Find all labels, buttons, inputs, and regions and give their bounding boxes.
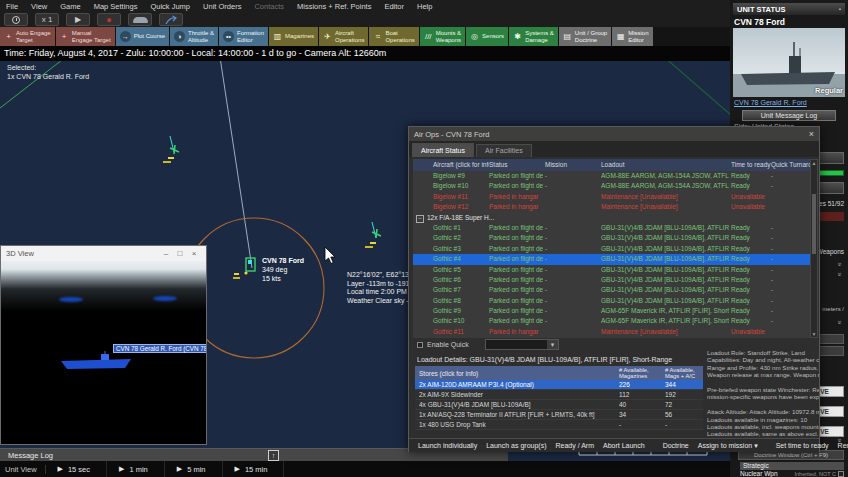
aircraft-row[interactable]: Gothic #9 Parked on flight deck - AGM-65… — [413, 306, 813, 316]
toolbar-button[interactable]: → Plot Course — [116, 27, 169, 46]
col-available-total[interactable]: # Available, Mags + A/C — [665, 367, 695, 379]
chevron-down-icon[interactable]: » — [834, 321, 843, 333]
toolbar-button[interactable]: ✱ Systems & Damage — [509, 27, 558, 46]
selection-info: Selected: 1x CVN 78 Gerald R. Ford — [7, 63, 89, 81]
dialog-action-button[interactable]: Launch individually — [418, 442, 477, 449]
dialog-action-button[interactable]: Assign to mission ▾ — [698, 442, 758, 450]
aircraft-row[interactable]: Gothic #4 Parked on flight deck - GBU-31… — [413, 254, 813, 264]
aircraft-row[interactable]: Gothic #5 Parked on flight deck - GBU-31… — [413, 265, 813, 275]
air-contact-symbol[interactable] — [163, 136, 179, 163]
3d-view-titlebar[interactable]: 3D View – □ × — [1, 246, 206, 261]
store-row[interactable]: 1x 480 USG Drop Tank - - — [415, 420, 703, 430]
jump-button[interactable] — [159, 13, 183, 26]
aircraft-row[interactable]: Gothic #7 Parked on flight deck - GBU-31… — [413, 285, 813, 295]
col-quick-turnaround[interactable]: Quick Turnaround — [771, 159, 813, 171]
col-mission[interactable]: Mission — [545, 159, 595, 171]
scrollbar-thumb[interactable] — [812, 194, 816, 254]
aircraft-row[interactable]: Bigelow #9 Parked on flight deck - AGM-8… — [413, 171, 813, 181]
close-icon[interactable]: × — [809, 130, 814, 139]
air-contact-symbol[interactable] — [365, 222, 381, 248]
store-row[interactable]: 1x AN/ASQ-228 Terminator II ATFLIR [FLIR… — [415, 410, 703, 420]
aircraft-row[interactable]: Bigelow #10 Parked on flight deck - AGM-… — [413, 181, 813, 191]
toolbar-button[interactable]: ▦ Mission Editor — [612, 27, 652, 46]
time-step-button[interactable]: ▶ 15 sec — [46, 461, 108, 477]
expand-up-icon[interactable]: ↑ — [268, 450, 279, 461]
menu-item[interactable]: Contacts — [254, 2, 284, 11]
store-row[interactable]: 2x AIM-9X Sidewinder 112 192 — [415, 390, 703, 400]
toolbar-button[interactable]: /// Mounts & Weapons — [420, 27, 465, 46]
ship-view-button[interactable] — [128, 13, 152, 26]
unit-message-log-button[interactable]: Unit Message Log — [742, 110, 836, 121]
minimize-button[interactable]: – — [159, 249, 173, 258]
record-button[interactable]: ● — [97, 13, 121, 26]
aircraft-row[interactable]: Gothic #3 Parked on flight deck - GBU-31… — [413, 244, 813, 254]
menu-item[interactable]: Editor — [384, 2, 404, 11]
toolbar-button[interactable]: ▥ Magazines — [269, 27, 318, 46]
cvn-unit-symbol[interactable] — [233, 258, 255, 279]
toolbar-button[interactable]: + Manual Engage Target — [56, 27, 115, 46]
aircraft-row[interactable]: Gothic #2 Parked on flight deck - GBU-31… — [413, 233, 813, 243]
dialog-action-button[interactable]: Set time to ready — [776, 442, 829, 449]
aircraft-row[interactable]: Gothic #8 Parked on flight deck - GBU-31… — [413, 296, 813, 306]
menu-item[interactable]: File — [6, 2, 18, 11]
unit-db-link[interactable]: CVN 78 Gerald R. Ford — [734, 99, 807, 106]
col-stores[interactable]: Stores (click for info) — [419, 370, 478, 377]
dialog-action-button[interactable]: Rename — [838, 442, 848, 449]
store-row[interactable]: 4x GBU-31(V)4/B JDAM [BLU-109A/B] 40 72 — [415, 400, 703, 410]
maximize-button[interactable]: □ — [173, 249, 187, 258]
aircraft-loadout: Maintenance [Unavailable] — [601, 202, 729, 212]
menu-item[interactable]: Missions + Ref. Points — [297, 2, 371, 11]
scroll-up-icon[interactable]: ▲ — [811, 160, 817, 166]
toolbar-button[interactable]: ◎ Sensors — [466, 27, 508, 46]
col-loadout[interactable]: Loadout — [601, 159, 729, 171]
store-name: 2x AIM-9X Sidewinder — [419, 390, 615, 400]
dialog-tab[interactable]: Air Facilities — [476, 144, 532, 157]
col-status[interactable]: Status — [489, 159, 543, 171]
col-available-magazines[interactable]: # Available, Magazines — [619, 367, 649, 379]
toolbar-button[interactable]: ✈ Aircraft Operations — [319, 27, 368, 46]
aircraft-row[interactable]: Gothic #6 Parked on flight deck - GBU-31… — [413, 275, 813, 285]
menu-item[interactable]: Help — [417, 2, 432, 11]
enable-quick-checkbox[interactable] — [417, 342, 423, 348]
time-step-button[interactable]: ▶ 5 min — [165, 461, 223, 477]
quick-turnaround-dropdown[interactable] — [485, 339, 559, 350]
aircraft-row[interactable]: Gothic #1 Parked on flight deck - GBU-31… — [413, 223, 813, 233]
toolbar-button[interactable]: ▤ Unit / Group Doctrine — [559, 27, 611, 46]
menu-item[interactable]: Game — [60, 2, 80, 11]
store-row[interactable]: 2x AIM-120D AMRAAM P3I.4 (Optional) 226 … — [415, 380, 703, 390]
aircraft-row[interactable]: 12x F/A-18E Super H... — [413, 213, 813, 223]
chevron-down-icon[interactable]: » — [834, 273, 843, 285]
aircraft-row[interactable]: Gothic #11 Parked in hangar Maintenance … — [413, 327, 813, 337]
col-aircraft[interactable]: Aircraft (click for info) — [433, 159, 489, 171]
toolbar-button[interactable]: •• Formation Editor — [219, 27, 268, 46]
menu-item[interactable]: Quick Jump — [150, 2, 190, 11]
dialog-action-button[interactable]: Launch as group(s) — [486, 442, 546, 449]
col-time-to-ready[interactable]: Time to ready — [731, 159, 771, 171]
aircraft-row[interactable]: Bigelow #12 Parked in hangar Maintenance… — [413, 202, 813, 212]
aircraft-row[interactable]: Gothic #10 Parked on flight deck - AGM-6… — [413, 316, 813, 326]
menu-item[interactable]: View — [31, 2, 47, 11]
scroll-down-icon[interactable]: ▼ — [811, 331, 817, 337]
nuclear-wpn-checkbox[interactable] — [838, 471, 844, 477]
dialog-action-button[interactable]: Doctrine — [663, 442, 689, 449]
pin-icon[interactable]: ▪ — [839, 6, 841, 12]
dialog-action-button[interactable]: Abort Launch — [603, 442, 645, 449]
time-step-button[interactable]: ▶ 1 min — [107, 461, 165, 477]
aircraft-row[interactable]: Bigelow #11 Parked in hangar Maintenance… — [413, 192, 813, 202]
play-button[interactable]: ▶ — [66, 13, 90, 26]
game-clock-button[interactable] — [4, 13, 28, 26]
menu-item[interactable]: Unit Orders — [203, 2, 241, 11]
time-compression-button[interactable]: x 1 — [35, 13, 59, 26]
unit-map-label[interactable]: CVN 78 Ford 349 deg 15 kts — [262, 256, 304, 283]
dialog-titlebar[interactable]: Air Ops - CVN 78 Ford × — [409, 127, 819, 141]
dialog-tab[interactable]: Aircraft Status — [412, 143, 474, 157]
menu-item[interactable]: Map Settings — [94, 2, 138, 11]
time-step-button[interactable]: ▶ 15 min — [223, 461, 285, 477]
toolbar-button[interactable]: ≈ Boat Operations — [369, 27, 418, 46]
table-scrollbar[interactable]: ▲ ▼ — [810, 159, 818, 338]
3d-view-scene[interactable]: CVN 78 Gerald R. Ford (CVN 78 Ford) — [1, 261, 206, 444]
dialog-action-button[interactable]: Ready / Arm — [555, 442, 594, 449]
toolbar-button[interactable]: ◑ Throttle & Altitude — [170, 27, 218, 46]
toolbar-button[interactable]: + Auto Engage Target — [0, 27, 55, 46]
close-button[interactable]: × — [187, 249, 201, 258]
